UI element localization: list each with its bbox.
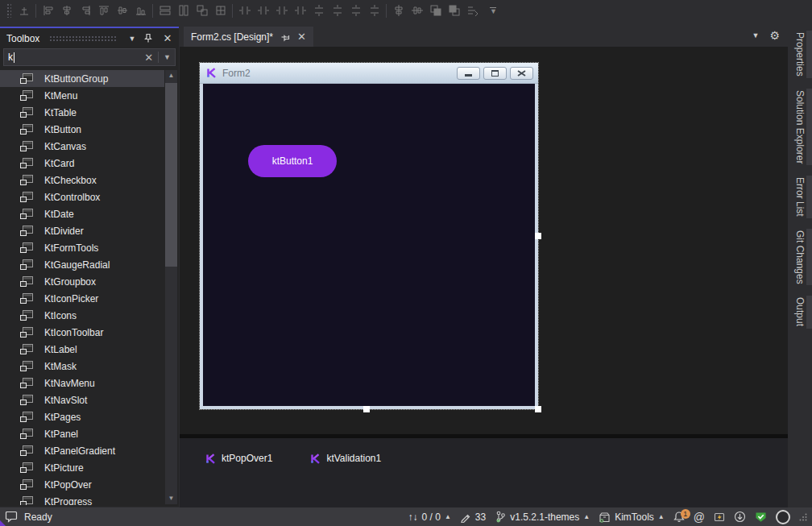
toolbox-item-ktpanelgradient[interactable]: KtPanelGradient (0, 442, 164, 459)
ktbutton1-control[interactable]: ktButton1 (248, 145, 337, 177)
minimize-button[interactable] (457, 67, 480, 80)
align-bottoms-icon[interactable] (131, 2, 150, 19)
toolbox-drag-grip[interactable] (49, 35, 116, 42)
toolbox-item-ktgroupbox[interactable]: KtGroupbox (0, 273, 164, 290)
toolbox-item-ktnavmenu[interactable]: KtNavMenu (0, 375, 164, 391)
toolbox-search-input[interactable]: k ✕ ▼ (3, 48, 176, 66)
tab-pin-icon[interactable] (280, 32, 290, 42)
feedback-icon[interactable]: @ (694, 511, 705, 524)
toolbox-item-ktmask[interactable]: KtMask (0, 358, 164, 375)
repository-selector[interactable]: KimTools ▲ (599, 512, 665, 523)
maximize-button[interactable] (483, 67, 507, 80)
tray-component-ktpopover1[interactable]: ktPopOver1 (205, 453, 272, 464)
resize-handle-bottom[interactable] (363, 406, 370, 412)
scrollbar-track[interactable] (165, 81, 177, 493)
form-titlebar: Form2 (200, 63, 538, 84)
toolbox-item-ktprogress[interactable]: KtProgress (0, 493, 164, 505)
toolbox-item-ktdivider[interactable]: KtDivider (0, 222, 164, 239)
search-clear-icon[interactable]: ✕ (144, 52, 153, 63)
sync-download-icon[interactable] (734, 511, 746, 523)
pending-changes[interactable]: 33 (460, 512, 486, 523)
tab-form2-design[interactable]: Form2.cs [Design]* ✕ (184, 27, 313, 47)
tab-close-icon[interactable]: ✕ (297, 31, 306, 43)
make-vertical-spacing-equal-icon[interactable] (309, 2, 328, 19)
make-horizontal-spacing-equal-icon[interactable] (235, 2, 254, 19)
increase-vertical-spacing-icon[interactable] (328, 2, 346, 19)
search-options-chevron-icon[interactable]: ▼ (164, 53, 171, 61)
toolbox-item-ktpicture[interactable]: KtPicture (0, 459, 164, 476)
toolbar-overflow-icon[interactable]: ▼ (490, 7, 497, 14)
tab-order-icon[interactable] (463, 2, 482, 19)
resize-handle-right[interactable] (535, 233, 541, 239)
decrease-horizontal-spacing-icon[interactable] (272, 2, 291, 19)
scroll-up-icon[interactable]: ▲ (168, 70, 175, 81)
center-horizontally-icon[interactable] (389, 2, 408, 19)
toolbox-item-ktcard[interactable]: KtCard (0, 155, 164, 172)
align-to-grid-icon[interactable] (14, 2, 33, 19)
toolbox-pin-icon[interactable] (143, 33, 156, 43)
scroll-down-icon[interactable]: ▼ (168, 493, 175, 504)
toolbox-item-ktcheckbox[interactable]: KtCheckbox (0, 172, 164, 188)
make-same-width-icon[interactable] (155, 2, 174, 19)
toolbox-scrollbar[interactable]: ▲ ▼ (165, 70, 177, 504)
toolbox-item-kttable[interactable]: KtTable (0, 104, 164, 121)
size-to-grid-icon[interactable] (211, 2, 230, 19)
active-files-chevron-icon[interactable]: ▼ (752, 31, 760, 39)
send-to-back-icon[interactable] (445, 2, 463, 19)
align-rights-icon[interactable] (76, 2, 94, 19)
toolbox-item-ktformtools[interactable]: KtFormTools (0, 239, 164, 256)
toolbox-item-ktcanvas[interactable]: KtCanvas (0, 138, 164, 155)
make-same-size-icon[interactable] (193, 2, 211, 19)
side-tab-solution-explorer[interactable]: Solution Explorer (793, 89, 812, 165)
toolbox-close-icon[interactable]: ✕ (161, 32, 174, 44)
align-middles-icon[interactable] (113, 2, 131, 19)
design-form-window[interactable]: Form2 ktButton1 (200, 63, 538, 409)
toolbox-item-ktpages[interactable]: KtPages (0, 408, 164, 425)
toolbox-item-kticons[interactable]: KtIcons (0, 307, 164, 324)
toolbox-item-ktbutton[interactable]: KtButton (0, 121, 164, 138)
remove-vertical-spacing-icon[interactable] (365, 2, 383, 19)
toolbox-item-ktcontrolbox[interactable]: KtControlbox (0, 188, 164, 205)
remove-horizontal-spacing-icon[interactable] (291, 2, 309, 19)
resize-grip[interactable] (799, 513, 807, 521)
tray-component-ktvalidation1[interactable]: ktValidation1 (310, 453, 381, 464)
side-tab-error-list[interactable]: Error List (793, 176, 812, 218)
document-options-gear-icon[interactable]: ⚙ (769, 29, 780, 42)
align-centers-icon[interactable] (57, 2, 76, 19)
toolbox-item-ktnavslot[interactable]: KtNavSlot (0, 391, 164, 408)
toolbox-menu-chevron-icon[interactable]: ▼ (126, 35, 139, 43)
toolbox-item-ktdate[interactable]: KtDate (0, 205, 164, 222)
toolbox-item-ktgaugeradial[interactable]: KtGaugeRadial (0, 256, 164, 273)
bring-to-front-icon[interactable] (426, 2, 445, 19)
kimtools-logo-icon (205, 454, 216, 464)
toolbox-item-ktmenu[interactable]: KtMenu (0, 87, 164, 104)
performance-icon[interactable] (714, 512, 725, 523)
form-client-area[interactable]: ktButton1 (203, 84, 535, 406)
align-tops-icon[interactable] (94, 2, 113, 19)
align-lefts-icon[interactable] (39, 2, 57, 19)
toolbox-item-label: KtCanvas (44, 141, 86, 152)
side-tab-output[interactable]: Output (793, 296, 812, 328)
toolbox-item-ktpopover[interactable]: KtPopOver (0, 476, 164, 493)
selection-counter[interactable]: ↑↓ 0 / 0 ▲ (408, 512, 451, 523)
side-tab-properties[interactable]: Properties (793, 31, 812, 78)
close-button[interactable] (510, 67, 533, 80)
make-same-height-icon[interactable] (174, 2, 193, 19)
account-icon[interactable] (776, 510, 790, 524)
notifications-button[interactable]: 1 (673, 511, 685, 523)
git-branch-selector[interactable]: v1.5.2.1-themes ▲ (495, 511, 590, 523)
toolbox-item-ktbuttongroup[interactable]: KtButtonGroup (0, 70, 164, 87)
toolbox-item-kticontoolbar[interactable]: KtIconToolbar (0, 324, 164, 341)
center-vertically-icon[interactable] (408, 2, 426, 19)
resize-handle-corner[interactable] (535, 406, 541, 412)
side-tab-git-changes[interactable]: Git Changes (793, 229, 812, 286)
decrease-vertical-spacing-icon[interactable] (346, 2, 365, 19)
increase-horizontal-spacing-icon[interactable] (254, 2, 272, 19)
designer-canvas[interactable]: Form2 ktButton1 ktPopOver1ktValidation1 (180, 47, 788, 507)
toolbox-item-kticonpicker[interactable]: KtIconPicker (0, 290, 164, 307)
scrollbar-thumb[interactable] (165, 83, 177, 267)
toolbar-drag-grip[interactable] (6, 3, 11, 18)
toolbox-item-label: KtCard (44, 158, 74, 169)
toolbox-item-ktpanel[interactable]: KtPanel (0, 425, 164, 442)
toolbox-item-ktlabel[interactable]: KtLabel (0, 341, 164, 358)
